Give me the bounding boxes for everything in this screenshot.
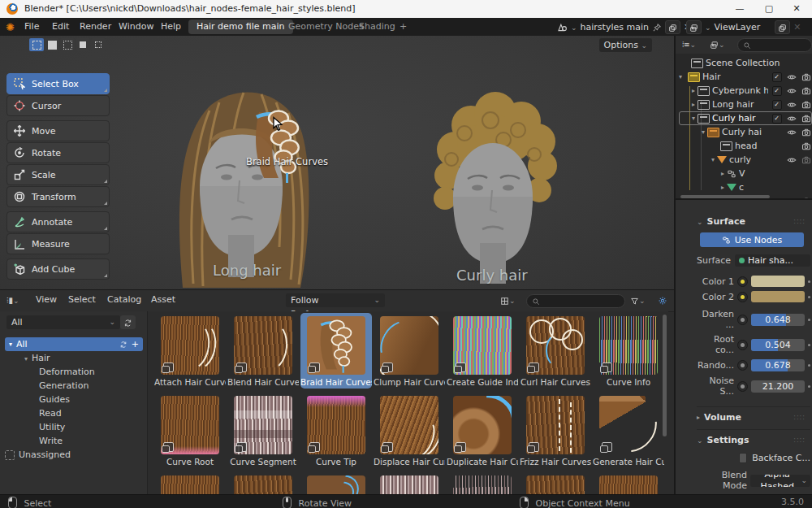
asset-tile-partial[interactable] (447, 475, 518, 494)
panel-drag-handle[interactable]: :::: (793, 218, 806, 225)
darken-slider[interactable]: 0.648 (751, 314, 805, 326)
maximize-button[interactable]: ▢ (755, 0, 783, 18)
tool-cursor[interactable]: Cursor (6, 95, 110, 116)
asset-tile[interactable]: Displace Hair Cur... (374, 396, 445, 467)
asset-tile-partial[interactable] (227, 475, 299, 494)
options-button[interactable]: Options ⌄ (599, 38, 653, 52)
surface-shader-dropdown[interactable]: Hair sha... (735, 254, 810, 267)
root-slider[interactable]: 0.504 (751, 339, 805, 351)
outliner-row-head[interactable]: head (679, 139, 812, 153)
asset-tile-selected[interactable]: Braid Hair Curves (300, 313, 372, 389)
menu-help[interactable]: Help (156, 20, 186, 33)
asset-menu-select[interactable]: Select (63, 293, 101, 306)
outliner-display-mode-icon[interactable]: ⦙≡⌄ (679, 37, 699, 51)
asset-tile[interactable]: Blend Hair Curves (227, 316, 299, 387)
asset-tile[interactable]: Frizz Hair Curves (520, 396, 591, 467)
blend-mode-dropdown[interactable]: Alpha Hashed⌄ (750, 475, 810, 487)
catalog-read[interactable]: Read (5, 406, 143, 420)
select-mode-intersect[interactable] (91, 38, 106, 51)
animate-dot-icon[interactable] (808, 344, 810, 346)
asset-library-dropdown[interactable]: All⌄ (6, 315, 120, 329)
tool-select-box[interactable]: Select Box (6, 73, 110, 94)
asset-menu-view[interactable]: View (31, 293, 62, 306)
new-workspace-button[interactable]: + (391, 20, 415, 34)
minimize-button[interactable]: — (726, 0, 754, 18)
outliner-filter-icon[interactable]: ⌄ (706, 37, 728, 51)
asset-grid-scrollbar[interactable] (663, 315, 667, 436)
tool-measure[interactable]: Measure (6, 233, 110, 254)
tool-transform[interactable]: Transform (6, 186, 110, 207)
filter-funnel-icon[interactable]: ⌄ (627, 293, 649, 307)
catalog-deformation[interactable]: Deformation (5, 365, 143, 379)
catalog-write[interactable]: Write (5, 434, 143, 448)
settings-panel-header[interactable]: ⌄Settings :::: (697, 429, 810, 445)
outliner-row-geometry-nodes[interactable]: ▸ V (679, 167, 812, 180)
3d-viewport[interactable]: Options ⌄ Select Box Cursor Move Rotate … (0, 36, 675, 290)
outliner-row-cyberpunk-hair[interactable]: ▸ Cyberpunk h ✓ (679, 84, 812, 98)
outliner-row-curly-object[interactable]: ▾ curly (679, 153, 812, 167)
area-separator-vertical[interactable] (674, 36, 676, 494)
tool-annotate[interactable]: Annotate (6, 211, 110, 232)
outliner-row-scene-collection[interactable]: Scene Collection (679, 56, 812, 70)
menu-render[interactable]: Render (75, 20, 116, 33)
asset-search-input[interactable] (526, 294, 625, 308)
animate-dot-icon[interactable] (808, 280, 810, 283)
asset-tile[interactable]: Curve Tip (300, 396, 372, 467)
catalog-hair[interactable]: ▾Hair (5, 351, 143, 365)
asset-editor-type-icon[interactable]: ⫶▮⌄ (3, 293, 23, 307)
volume-panel-header[interactable]: ▸Volume :::: (697, 406, 810, 423)
asset-tile[interactable]: Curve Info (593, 316, 664, 387)
outliner-row-mesh-data[interactable]: ▸ c (679, 180, 812, 194)
catalog-generation[interactable]: Generation (5, 379, 143, 393)
darken-input-toggle[interactable] (737, 315, 748, 325)
outliner-search-input[interactable] (737, 38, 812, 52)
color2-swatch[interactable] (751, 291, 805, 302)
asset-tile[interactable]: Attach Hair Curve... (154, 316, 226, 387)
refresh-library-button[interactable] (120, 315, 136, 329)
asset-tile-partial[interactable] (374, 475, 445, 494)
asset-menu-asset[interactable]: Asset (146, 293, 180, 306)
asset-tile[interactable]: Clump Hair Curves (374, 316, 445, 387)
tool-move[interactable]: Move (6, 120, 110, 141)
asset-tile[interactable]: Curl Hair Curves (520, 316, 591, 387)
area-separator-horizontal[interactable] (676, 198, 812, 200)
select-mode-set[interactable] (29, 38, 44, 51)
asset-tile-partial[interactable] (520, 475, 591, 494)
scene-name[interactable]: hairstyles main (581, 22, 649, 33)
new-scene-button[interactable] (665, 20, 680, 34)
color1-input-toggle[interactable] (737, 276, 748, 287)
use-nodes-button[interactable]: Use Nodes (700, 232, 804, 247)
animate-dot-icon[interactable] (808, 385, 810, 388)
animate-dot-icon[interactable] (808, 319, 810, 321)
random-input-toggle[interactable] (737, 360, 748, 371)
add-catalog-icon[interactable]: + (132, 337, 139, 351)
asset-tile[interactable]: Curve Segment (227, 396, 299, 467)
outliner-row-hair[interactable]: ▾ Hair ✓ (679, 70, 812, 84)
outliner-row-curly-hair-child[interactable]: ▾ Curly hai (679, 125, 812, 139)
area-separator-horizontal[interactable] (0, 289, 675, 290)
asset-tile[interactable]: Curve Root (154, 396, 226, 467)
asset-settings-gear-icon[interactable] (654, 293, 671, 307)
chevron-down-icon[interactable]: ⌄ (571, 24, 577, 32)
noise-input-toggle[interactable] (737, 381, 748, 392)
tool-rotate[interactable]: Rotate (6, 142, 110, 163)
select-mode-extend[interactable] (45, 38, 59, 51)
outliner-row-long-hair[interactable]: ▸ Long hair ✓ (679, 98, 812, 111)
blender-menu-icon[interactable]: ✺ (6, 21, 15, 33)
animate-dot-icon[interactable] (808, 296, 810, 298)
workspace-tab-hair-demo[interactable]: Hair demo file main (188, 20, 293, 34)
surface-panel-header[interactable]: ⌄Surface :::: (697, 216, 810, 227)
select-mode-subtract[interactable] (60, 38, 75, 51)
catalog-utility[interactable]: Utility (5, 420, 143, 434)
tool-scale[interactable]: Scale (6, 164, 110, 185)
asset-tile[interactable]: Create Guide Inde... (447, 316, 518, 387)
root-input-toggle[interactable] (737, 340, 748, 350)
catalog-unassigned[interactable]: Unassigned (5, 448, 143, 462)
scene-icon[interactable] (557, 22, 568, 33)
chevron-down-icon[interactable]: ⌄ (705, 24, 711, 32)
new-view-layer-button[interactable] (775, 20, 790, 34)
color1-swatch[interactable] (751, 276, 805, 287)
outliner-row-curly-hair[interactable]: ▾ Curly hair ✓ (679, 111, 812, 125)
menu-window[interactable]: Window (114, 20, 158, 33)
menu-file[interactable]: File (19, 20, 44, 33)
